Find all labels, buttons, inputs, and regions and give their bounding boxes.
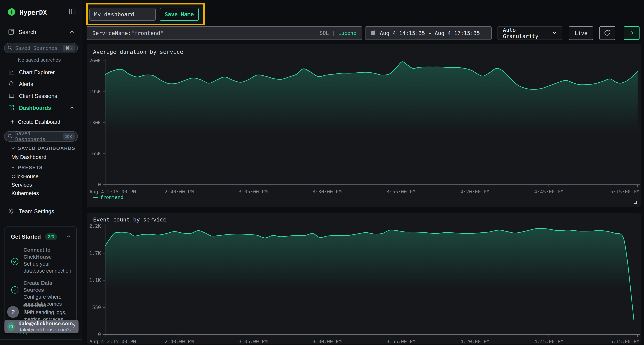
step-desc: Set up your database connection <box>24 261 72 274</box>
chart-explorer-icon <box>8 69 15 76</box>
chevron-right-icon <box>73 324 76 329</box>
sidebar-item-label: Alerts <box>19 81 33 87</box>
get-started-progress-badge: 3/3 <box>45 233 57 240</box>
svg-text:3:55:00 PM: 3:55:00 PM <box>386 189 416 195</box>
svg-text:2:40:00 PM: 2:40:00 PM <box>164 339 194 344</box>
svg-text:3:05:00 PM: 3:05:00 PM <box>238 189 268 195</box>
sidebar-item-services[interactable]: Services <box>12 182 32 188</box>
live-button[interactable]: Live <box>569 26 593 40</box>
lang-divider: | <box>332 30 335 36</box>
query-value: ServiceName:"frontend" <box>92 30 320 36</box>
presets-section[interactable]: PRESETS <box>11 165 43 170</box>
svg-text:2:40:00 PM: 2:40:00 PM <box>164 189 194 195</box>
get-started-step[interactable]: Connect to ClickHouse Set up your databa… <box>11 247 72 275</box>
sidebar-item-clickhouse[interactable]: ClickHouse <box>12 173 39 179</box>
app-title: HyperDX <box>20 9 47 16</box>
svg-text:3:55:00 PM: 3:55:00 PM <box>386 339 416 344</box>
svg-text:4:20:00 PM: 4:20:00 PM <box>460 339 490 344</box>
time-range-value: Aug 4 14:15:35 - Aug 4 17:15:35 <box>380 30 480 36</box>
sidebar-item-chart-explorer[interactable]: Chart Explorer <box>8 69 55 76</box>
text-caret <box>135 11 135 18</box>
play-icon <box>628 30 635 37</box>
sidebar-item-label: Search <box>18 29 66 35</box>
chevron-down-icon <box>11 147 15 150</box>
chart-panel-avg-duration: Average duration by service 065K130K195K… <box>86 44 641 207</box>
sidebar-item-alerts[interactable]: Alerts <box>8 80 33 88</box>
lucene-toggle[interactable]: Lucene <box>338 30 356 36</box>
svg-text:Aug 4 2:15:00 PM: Aug 4 2:15:00 PM <box>90 339 136 344</box>
saved-searches-input[interactable]: Saved Searches ⌘K <box>4 43 78 53</box>
svg-text:0: 0 <box>98 332 101 337</box>
sidebar-item-label: Client Sessions <box>19 93 57 99</box>
svg-text:2.2K: 2.2K <box>89 223 101 229</box>
section-header: SAVED DASHBOARDS <box>18 145 75 151</box>
svg-text:4:45:00 PM: 4:45:00 PM <box>534 189 564 195</box>
granularity-select[interactable]: Auto Granularity <box>498 26 562 40</box>
chart-panel-event-count: Event count by service 05501.1K1.7K2.2KA… <box>86 213 641 344</box>
step-title: Create Data Sources <box>24 280 72 294</box>
sidebar-footer-divider <box>0 339 82 340</box>
svg-text:130K: 130K <box>89 120 101 125</box>
saved-dashboards-placeholder: Saved Dashboards <box>15 130 63 142</box>
saved-dashboards-input[interactable]: Saved Dashboards ⌘K <box>4 131 78 142</box>
svg-text:1.1K: 1.1K <box>89 278 101 283</box>
sidebar-collapse-icon[interactable] <box>69 8 76 15</box>
hyperdx-logo-icon <box>8 8 16 17</box>
svg-text:195K: 195K <box>89 89 101 94</box>
sidebar-item-my-dashboard[interactable]: My Dashboard <box>12 154 46 160</box>
svg-text:3:30:00 PM: 3:30:00 PM <box>312 189 342 195</box>
sidebar-item-kubernetes[interactable]: Kubernetes <box>12 190 39 196</box>
refresh-button[interactable] <box>599 26 616 40</box>
search-icon <box>7 45 13 51</box>
svg-text:260K: 260K <box>89 58 101 63</box>
sidebar-item-label: Dashboards <box>19 105 66 111</box>
sidebar-item-search[interactable]: Search <box>8 28 74 36</box>
sidebar: HyperDX Search Saved Searches ⌘K No <box>0 0 82 345</box>
search-section-icon <box>8 28 14 36</box>
app-logo[interactable]: HyperDX <box>8 8 47 17</box>
sidebar-item-client-sessions[interactable]: Client Sessions <box>8 92 57 100</box>
save-name-button[interactable]: Save Name <box>160 8 199 21</box>
dashboard-name-value: My dashboard <box>94 11 134 17</box>
time-range-picker[interactable]: Aug 4 14:15:35 - Aug 4 17:15:35 <box>365 26 492 40</box>
chevron-down-icon <box>552 31 557 35</box>
svg-text:0: 0 <box>98 182 101 187</box>
create-dashboard-button[interactable]: Create Dashboard <box>10 119 60 125</box>
svg-text:5:15:00 PM: 5:15:00 PM <box>610 339 639 344</box>
chevron-up-icon <box>70 30 74 34</box>
step-title: Add Data <box>24 302 72 309</box>
svg-text:3:05:00 PM: 3:05:00 PM <box>238 339 268 344</box>
gear-icon <box>8 208 15 215</box>
svg-text:550: 550 <box>92 305 101 310</box>
line-chart-avg-duration: 065K130K195K260KAug 4 2:15:00 PM2:40:00 … <box>86 44 641 207</box>
saved-dashboards-section[interactable]: SAVED DASHBOARDS <box>11 145 75 151</box>
calendar-icon <box>370 30 376 36</box>
sidebar-item-dashboards[interactable]: Dashboards <box>8 104 74 112</box>
bell-icon <box>8 80 15 88</box>
granularity-value: Auto Granularity <box>503 27 552 39</box>
legend-label: frontend <box>100 195 124 200</box>
sql-toggle[interactable]: SQL <box>320 30 329 36</box>
run-query-button[interactable] <box>624 26 640 40</box>
svg-text:4:20:00 PM: 4:20:00 PM <box>460 189 490 195</box>
refresh-icon <box>604 29 611 37</box>
help-button[interactable]: ? <box>7 306 19 318</box>
sidebar-item-team-settings[interactable]: Team Settings <box>8 208 54 215</box>
search-query-input[interactable]: ServiceName:"frontend" SQL | Lucene <box>86 26 362 40</box>
create-dashboard-label: Create Dashboard <box>18 119 60 125</box>
dashboard-name-input[interactable]: My dashboard <box>90 8 156 21</box>
no-saved-searches-text: No saved searches <box>18 57 61 63</box>
chevron-up-icon[interactable] <box>66 235 71 239</box>
panel-resize-handle[interactable] <box>634 201 637 204</box>
chevron-down-icon <box>11 166 15 169</box>
step-title: Connect to ClickHouse <box>24 247 72 261</box>
search-icon <box>7 133 13 139</box>
avatar: D <box>7 322 15 331</box>
shortcut-badge: ⌘K <box>63 133 74 140</box>
user-subtitle: dale@clickhouse.com's <box>18 327 73 333</box>
dashboards-icon <box>8 104 15 112</box>
svg-text:1.7K: 1.7K <box>89 250 101 256</box>
user-card[interactable]: D dale@clickhouse.com dale@clickhouse.co… <box>4 320 78 333</box>
shortcut-badge: ⌘K <box>63 45 74 51</box>
chart-legend[interactable]: frontend <box>93 195 124 200</box>
